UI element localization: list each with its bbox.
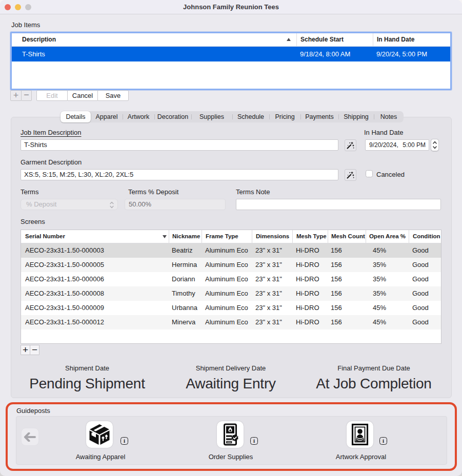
date-stepper[interactable]	[431, 139, 439, 151]
cell-open-area: 45%	[366, 301, 409, 315]
tab-payments[interactable]: Payments	[300, 111, 338, 122]
guideposts-back-button[interactable]	[21, 428, 39, 446]
job-item-description-cell: T-Shirts	[12, 47, 296, 61]
screens-col-dimensions[interactable]: Dimensions	[252, 230, 292, 243]
autofill-wand-button[interactable]	[345, 139, 356, 151]
screens-row[interactable]: AECO-23x31-1.50-000008 Timothy Aluminum …	[21, 286, 441, 301]
cell-serial: AECO-23x31-1.50-000005	[21, 258, 169, 272]
terms-deposit-label: Terms % Deposit	[128, 188, 178, 196]
edit-button[interactable]: Edit	[36, 90, 68, 101]
artwork-approval-info-icon[interactable]: i	[379, 437, 387, 445]
job-item-description-label: Job Item Description	[21, 129, 82, 136]
cell-nickname: Timothy	[169, 286, 202, 301]
cell-dimensions: 23" x 31"	[252, 258, 292, 272]
cell-condition: Good	[409, 272, 441, 286]
screens-col-nickname[interactable]: Nickname	[169, 230, 202, 243]
canceled-checkbox[interactable]	[366, 170, 373, 177]
autofill-wand-button-2[interactable]	[345, 169, 356, 181]
tab-details[interactable]: Details	[61, 111, 91, 122]
tab-decoration[interactable]: Decoration	[154, 111, 191, 122]
screens-col-open-area[interactable]: Open Area %	[366, 230, 409, 243]
cell-condition: Good	[409, 301, 441, 315]
cell-condition: Good	[409, 243, 441, 258]
shipment-date-label: Shipment Date	[10, 364, 164, 372]
job-items-remove-button[interactable]: −	[21, 90, 32, 101]
cell-mesh-count: 156	[328, 258, 366, 272]
screens-add-button[interactable]: +	[21, 345, 30, 355]
screens-row[interactable]: AECO-23x31-1.50-000003 Beatriz Aluminum …	[21, 243, 441, 258]
in-hand-date-time-part[interactable]: 5:00 PM	[403, 140, 426, 150]
job-item-row-selected[interactable]: T-Shirts 9/18/24, 8:00 AM 9/20/24, 5:00 …	[12, 47, 450, 61]
screens-row[interactable]: AECO-23x31-1.50-000009 Urbanna Aluminum …	[21, 301, 441, 315]
cell-mesh-type: Hi-DRO	[292, 272, 328, 286]
cell-open-area: 35%	[366, 272, 409, 286]
cell-dimensions: 23" x 31"	[252, 243, 292, 258]
in-hand-date-date-part[interactable]: 9/20/2024,	[369, 140, 398, 150]
tab-apparel[interactable]: Apparel	[91, 111, 123, 122]
terms-note-input[interactable]	[236, 199, 441, 210]
order-supplies-button[interactable]	[217, 421, 244, 448]
artwork-approval-button[interactable]	[347, 421, 373, 448]
final-payment-due-date-value: At Job Completion	[297, 376, 451, 392]
awaiting-apparel-info-icon[interactable]: i	[120, 437, 128, 445]
cancel-button[interactable]: Cancel	[67, 90, 98, 101]
cell-mesh-count: 156	[328, 272, 366, 286]
job-item-description-input[interactable]: T-Shirts	[21, 139, 338, 151]
terms-popup-button[interactable]: % Deposit	[21, 199, 118, 210]
in-hand-date-input[interactable]: 9/20/2024, 5:00 PM	[365, 139, 429, 151]
screens-remove-button[interactable]: −	[30, 345, 39, 355]
order-supplies-info-icon[interactable]: i	[250, 437, 258, 445]
cell-mesh-count: 156	[328, 301, 366, 315]
tab-artwork[interactable]: Artwork	[123, 111, 154, 122]
awaiting-apparel-label: Awaiting Apparel	[49, 453, 152, 461]
title-bar: Johnson Family Reunion Tees	[0, 0, 462, 14]
screens-col-frame-type[interactable]: Frame Type	[202, 230, 252, 243]
screens-col-condition[interactable]: Condition	[409, 230, 441, 243]
cell-dimensions: 23" x 31"	[252, 315, 292, 329]
terms-label: Terms	[21, 188, 38, 196]
job-items-col-in-hand-date[interactable]: In Hand Date	[373, 33, 450, 46]
screens-col-serial[interactable]: Serial Number	[21, 230, 169, 243]
cell-open-area: 45%	[366, 315, 409, 329]
screens-col-mesh-type[interactable]: Mesh Type	[292, 230, 328, 243]
stepper-arrows-icon	[432, 140, 437, 150]
package-icon	[88, 423, 111, 446]
cell-nickname: Beatriz	[169, 243, 202, 258]
save-button[interactable]: Save	[97, 90, 129, 101]
cell-mesh-type: Hi-DRO	[292, 301, 328, 315]
framed-artwork-icon	[349, 423, 371, 446]
awaiting-apparel-button[interactable]	[86, 421, 113, 448]
screens-table[interactable]: Serial Number Nickname Frame Type Dimens…	[21, 230, 441, 344]
cell-frame-type: Aluminum Eco	[202, 272, 252, 286]
final-payment-due-date-label: Final Payment Due Date	[297, 364, 451, 372]
shipment-delivery-date-label: Shipment Delivery Date	[154, 364, 308, 372]
screens-row[interactable]: AECO-23x31-1.50-000005 Hermina Aluminum …	[21, 258, 441, 272]
garment-description-input[interactable]: XS:5, S:15, M:25, L:30, XL:20, 2XL:5	[21, 169, 338, 180]
cell-frame-type: Aluminum Eco	[202, 301, 252, 315]
cell-nickname: Minerva	[169, 315, 202, 329]
cell-serial: AECO-23x31-1.50-000008	[21, 286, 169, 301]
tab-supplies[interactable]: Supplies	[191, 111, 232, 122]
cell-mesh-type: Hi-DRO	[292, 243, 328, 258]
job-items-table[interactable]: Description Schedule Start In Hand Date …	[10, 32, 452, 90]
cell-condition: Good	[409, 258, 441, 272]
tab-pricing[interactable]: Pricing	[269, 111, 300, 122]
magic-wand-icon	[347, 171, 354, 179]
tab-schedule[interactable]: Schedule	[232, 111, 269, 122]
cell-mesh-count: 156	[328, 315, 366, 329]
terms-deposit-input[interactable]: 50.00%	[125, 199, 226, 210]
screens-col-mesh-count[interactable]: Mesh Count	[328, 230, 366, 243]
tab-notes[interactable]: Notes	[374, 111, 404, 122]
supplies-label-icon	[219, 423, 242, 446]
cell-dimensions: 23" x 31"	[252, 301, 292, 315]
cell-serial: AECO-23x31-1.50-000009	[21, 301, 169, 315]
cell-mesh-count: 156	[328, 286, 366, 301]
tab-shipping[interactable]: Shipping	[338, 111, 374, 122]
job-items-col-schedule-start[interactable]: Schedule Start	[296, 33, 373, 46]
job-items-add-button[interactable]: +	[10, 90, 22, 101]
popup-chevrons-icon	[110, 201, 114, 209]
screens-row[interactable]: AECO-23x31-1.50-000006 Doriann Aluminum …	[21, 272, 441, 286]
job-items-col-description[interactable]: Description	[12, 33, 296, 46]
job-item-in-hand-date-cell: 9/20/24, 5:00 PM	[373, 47, 450, 61]
screens-row[interactable]: AECO-23x31-1.50-000012 Minerva Aluminum …	[21, 315, 441, 329]
